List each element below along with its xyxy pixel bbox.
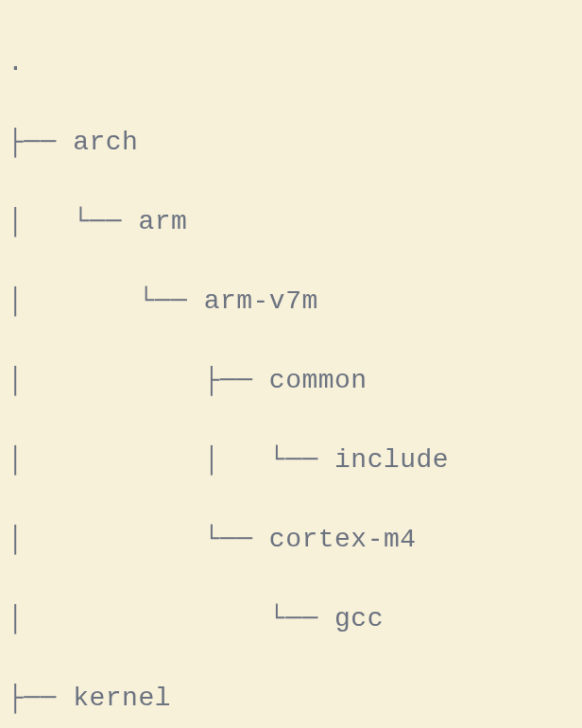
tree-node-arm-v7m: │ └── arm-v7m bbox=[8, 282, 574, 321]
tree-node-cortex-m4: │ └── cortex-m4 bbox=[8, 520, 574, 560]
tree-node-gcc: │ └── gcc bbox=[8, 599, 574, 639]
tree-node-kernel: ├── kernel bbox=[8, 679, 574, 719]
tree-root: . bbox=[8, 43, 574, 83]
tree-node-common-include: │ │ └── include bbox=[8, 441, 574, 480]
tree-node-arch: ├── arch bbox=[8, 123, 574, 163]
tree-node-common: │ ├── common bbox=[8, 361, 574, 401]
directory-tree: . ├── arch │ └── arm │ └── arm-v7m │ ├──… bbox=[0, 0, 582, 728]
tree-node-arm: │ └── arm bbox=[8, 202, 574, 242]
